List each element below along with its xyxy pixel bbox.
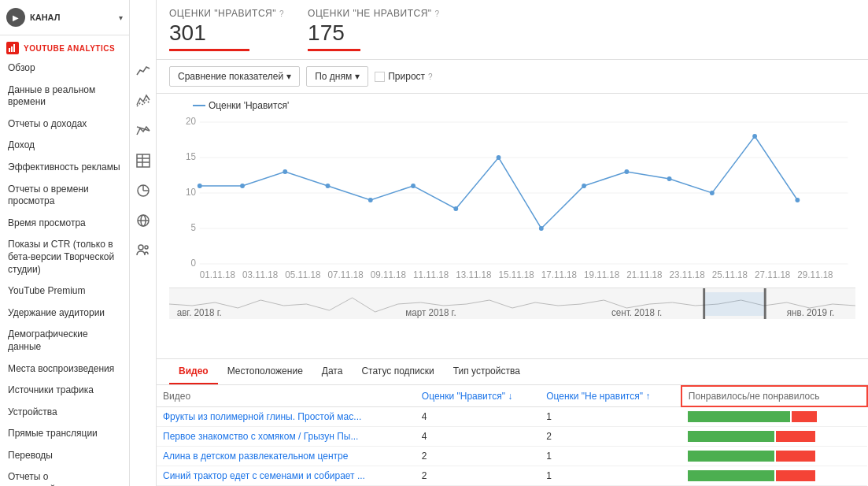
sidebar-item-income[interactable]: Доход	[0, 135, 129, 157]
ratio-bar-cell	[681, 447, 867, 466]
metrics-row: ОЦЕНКИ "НРАВИТСЯ" ? 301 ОЦЕНКИ "НЕ НРАВИ…	[157, 0, 868, 60]
sidebar-item-devices[interactable]: Устройства	[0, 402, 129, 424]
table-icon[interactable]	[135, 153, 151, 169]
dislikes-bar	[776, 451, 815, 462]
sidebar-item-yt-premium[interactable]: YouTube Premium	[0, 280, 129, 302]
svg-rect-4	[137, 154, 150, 167]
svg-rect-0	[9, 48, 10, 52]
likes-metric-label: ОЦЕНКИ "НРАВИТСЯ" ?	[169, 8, 284, 19]
svg-rect-61	[764, 288, 766, 319]
tab-date[interactable]: Дата	[312, 359, 353, 384]
svg-text:07.11.18: 07.11.18	[328, 269, 364, 280]
sidebar-item-interaction-reports[interactable]: Отчеты о взаимодействии	[0, 466, 129, 486]
likes-metric: ОЦЕНКИ "НРАВИТСЯ" ? 301	[169, 8, 284, 51]
table-row: Первое знакомство с хомяком / Грызун Пы.…	[157, 427, 867, 447]
svg-point-44	[326, 184, 331, 188]
channel-selector[interactable]: ▶ КАНАЛ ▾	[0, 0, 129, 35]
sidebar-item-playback[interactable]: Места воспроизведения	[0, 358, 129, 380]
growth-checkbox[interactable]: Прирост ?	[375, 71, 432, 82]
tab-video[interactable]: Видео	[169, 359, 218, 384]
sidebar-item-realtime[interactable]: Данные в реальном времени	[0, 80, 129, 113]
bar-chart-icon[interactable]	[135, 123, 151, 139]
legend-likes: Оценки 'Нравится'	[193, 100, 289, 111]
dislikes-metric-label: ОЦЕНКИ "НЕ НРАВИТСЯ" ?	[308, 8, 440, 19]
svg-text:05.11.18: 05.11.18	[285, 269, 321, 280]
growth-help-icon[interactable]: ?	[428, 72, 433, 81]
likes-bar	[688, 431, 774, 442]
likes-bar	[688, 411, 790, 422]
svg-text:17.11.18: 17.11.18	[541, 269, 578, 280]
sidebar-item-watchtime[interactable]: Время просмотра	[0, 213, 129, 235]
sidebar-item-ads-eff[interactable]: Эффективность рекламы	[0, 157, 129, 179]
svg-text:5: 5	[190, 222, 196, 233]
compare-button[interactable]: Сравнение показателей ▾	[169, 66, 300, 87]
svg-point-54	[752, 134, 757, 139]
line-chart-icon[interactable]	[135, 63, 151, 79]
tab-subscription[interactable]: Статус подписки	[352, 359, 443, 384]
svg-text:15.11.18: 15.11.18	[499, 269, 535, 280]
svg-text:03.11.18: 03.11.18	[242, 269, 279, 280]
svg-text:21.11.18: 21.11.18	[626, 269, 663, 280]
svg-point-15	[145, 246, 148, 249]
video-link[interactable]: Алина в детском развлекательном центре	[157, 447, 416, 466]
sidebar-item-revenue-reports[interactable]: Отчеты о доходах	[0, 113, 129, 135]
sidebar-item-traffic[interactable]: Источники трафика	[0, 380, 129, 402]
sidebar-item-watchtime-reports[interactable]: Отчеты о времени просмотра	[0, 179, 129, 213]
col-header-dislikes[interactable]: Оценки "Не нравится" ↑	[540, 386, 681, 407]
main-content: ОЦЕНКИ "НРАВИТСЯ" ? 301 ОЦЕНКИ "НЕ НРАВИ…	[157, 0, 868, 486]
compare-chart-icon[interactable]	[135, 93, 151, 109]
video-link[interactable]: Синий трактор едет с семенами и собирает…	[157, 466, 416, 486]
svg-rect-2	[13, 44, 15, 52]
minimap[interactable]: авг. 2018 г. март 2018 г. сент. 2018 г. …	[169, 288, 855, 319]
svg-point-46	[411, 184, 416, 188]
chevron-down-icon: ▾	[119, 13, 123, 22]
col-header-ratio: Понравилось/не понравилось	[681, 386, 867, 407]
sidebar-item-translations[interactable]: Переводы	[0, 445, 129, 467]
video-link[interactable]: Фрукты из полимерной глины. Простой мас.…	[157, 406, 416, 427]
sidebar-item-shows-ctr[interactable]: Показы и CTR (только в бета-версии Творч…	[0, 234, 129, 280]
people-icon[interactable]	[135, 243, 151, 258]
svg-point-48	[497, 155, 501, 160]
svg-point-55	[795, 198, 800, 202]
svg-rect-1	[11, 46, 13, 52]
tab-device[interactable]: Тип устройства	[444, 359, 530, 384]
svg-point-45	[368, 198, 373, 202]
likes-metric-value: 301	[169, 20, 284, 46]
video-link[interactable]: Первое знакомство с хомяком / Грызун Пы.…	[157, 427, 416, 447]
period-button[interactable]: По дням ▾	[306, 66, 368, 87]
analytics-label: YOUTUBE ANALYTICS	[24, 44, 115, 53]
ratio-bar-cell	[681, 466, 867, 486]
sidebar-item-obzor[interactable]: Обзор	[0, 58, 129, 80]
tab-location[interactable]: Местоположение	[218, 359, 312, 384]
chart-area: Оценки 'Нравится' 20 15 10 5 0 01.11.18 …	[157, 94, 868, 358]
dislikes-bar	[792, 411, 817, 422]
svg-text:янв. 2019 г.: янв. 2019 г.	[787, 307, 834, 318]
channel-avatar: ▶	[6, 8, 25, 27]
likes-value: 2	[416, 447, 540, 466]
growth-checkbox-box[interactable]	[375, 72, 385, 82]
analytics-icon	[6, 42, 19, 54]
svg-text:10: 10	[186, 187, 196, 198]
chevron-down-icon: ▾	[355, 71, 360, 82]
sidebar-item-live[interactable]: Прямые трансляции	[0, 423, 129, 445]
svg-point-51	[624, 169, 629, 174]
col-header-likes[interactable]: Оценки "Нравится" ↓	[416, 386, 540, 407]
svg-text:29.11.18: 29.11.18	[797, 269, 833, 280]
globe-icon[interactable]	[135, 213, 151, 228]
svg-text:27.11.18: 27.11.18	[755, 269, 791, 280]
svg-text:19.11.18: 19.11.18	[584, 269, 620, 280]
sidebar-item-demographics[interactable]: Демографические данные	[0, 324, 129, 358]
svg-text:сент. 2018 г.: сент. 2018 г.	[611, 307, 662, 318]
sidebar-item-retention[interactable]: Удержание аудитории	[0, 302, 129, 325]
svg-text:авг. 2018 г.: авг. 2018 г.	[177, 307, 222, 318]
likes-help-icon[interactable]: ?	[279, 9, 284, 18]
pie-chart-icon[interactable]	[135, 183, 151, 198]
likes-value: 4	[416, 427, 540, 447]
dislikes-value: 1	[540, 406, 681, 427]
dislikes-help-icon[interactable]: ?	[435, 9, 440, 18]
svg-point-14	[139, 245, 143, 250]
channel-label: КАНАЛ	[30, 13, 119, 22]
svg-point-49	[539, 226, 544, 231]
table-area: Видео Местоположение Дата Статус подписк…	[157, 358, 868, 487]
tab-row: Видео Местоположение Дата Статус подписк…	[157, 359, 868, 385]
